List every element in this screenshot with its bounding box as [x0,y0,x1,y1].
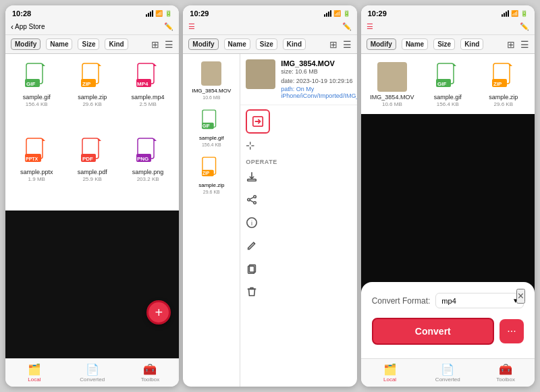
screen2-grid-icon[interactable]: ⊞ [329,39,338,50]
tab-converted[interactable]: 📄 Converted [63,362,122,384]
delete-op-icon[interactable] [246,285,351,300]
size-button[interactable]: Size [78,38,99,50]
format-label: Convert Format: [372,296,431,306]
back-arrow-icon: ‹ [11,22,14,32]
mov-list-name: IMG_3854.MOV [192,88,231,94]
list-item-zip[interactable]: ZIP sample.zip 29.6 KB [183,151,240,198]
screen2-size-button[interactable]: Size [256,38,277,50]
tab-toolbox[interactable]: 🧰 Toolbox [122,362,180,384]
screen3-size-button[interactable]: Size [433,38,455,50]
move-icon-btn[interactable]: ⊹ [246,139,351,152]
screen3-tab-converted[interactable]: 📄 Converted [418,362,477,384]
screen2-file-detail: IMG_3854.MOV size: 10.6 MB date: 2023-10… [240,54,356,387]
info-op-icon[interactable]: i [246,217,351,231]
download-op-icon[interactable] [246,171,351,186]
screen3-grid-icon[interactable]: ⊞ [507,39,515,50]
pptx-file-icon: PPTX [24,137,49,167]
screen2-kind-button[interactable]: Kind [283,38,306,50]
screen3-tab-toolbox[interactable]: 🧰 Toolbox [477,362,535,384]
operate-icons-list: i [246,168,351,303]
edit-op-icon[interactable] [246,240,351,254]
menu-icon[interactable]: ☰ [165,39,173,50]
screen1-preview-area: + [5,211,179,359]
convert-btn-selected[interactable] [246,109,351,134]
grid-view-icon[interactable]: ⊞ [151,39,159,50]
gif-file-icon: GIF [24,62,49,92]
screen3-local-tab-label: Local [383,376,396,383]
screen3-hamburger-icon[interactable]: ☰ [367,22,373,31]
screen3-converted-tab-label: Converted [435,376,460,383]
file-item-png[interactable]: PNG sample.png 203.2 KB [121,133,175,206]
kind-button[interactable]: Kind [105,38,128,50]
file-item-zip[interactable]: ZIP sample.zip 29.6 KB [65,58,119,132]
screen2-hamburger-icon[interactable]: ☰ [188,22,195,31]
screen3-edit-icon[interactable]: ✏️ [520,22,529,31]
screen3-local-tab-icon: 🗂️ [383,363,397,376]
name-button[interactable]: Name [46,38,72,50]
edit-icon[interactable]: ✏️ [164,22,173,31]
add-icon: + [155,305,163,320]
tab-local[interactable]: 🗂️ Local [5,362,63,384]
copy-op-icon[interactable] [246,262,351,277]
detail-filedate: date: 2023-10-19 10:29:16 [281,77,356,86]
gif-list-size: 156.4 KB [202,142,221,147]
screen3-battery-icon: 🔋 [520,10,528,17]
add-fab-button[interactable]: + [146,300,171,325]
detail-filesize: size: 10.6 MB [281,67,356,77]
screen3-toolbar: Modify Name Size Kind ⊞ ☰ [361,35,535,54]
svg-text:i: i [251,220,252,227]
file-item-pdf[interactable]: PDF sample.pdf 25.9 KB [65,133,119,206]
mp4-filesize: 2.5 MB [139,101,156,107]
zip-filename: sample.zip [78,94,107,101]
screen3-name-button[interactable]: Name [402,38,428,50]
zip-file-icon: ZIP [80,62,105,92]
converted-tab-label: Converted [80,376,105,383]
screen1-nav-bar: ‹ App Store ✏️ [5,20,179,35]
screen3-kind-button[interactable]: Kind [460,38,483,50]
gif-filename: sample.gif [23,94,51,101]
back-to-appstore[interactable]: ‹ App Store [11,22,45,32]
screen2-name-button[interactable]: Name [224,38,250,50]
dialog-close-button[interactable]: × [516,289,525,304]
toolbox-tab-icon: 🧰 [143,363,157,376]
screen1: 10:28 📶 🔋 ‹ App Store ✏️ Modify [5,5,179,387]
svg-marker-1 [43,63,45,66]
screen2-menu-icon[interactable]: ☰ [343,39,352,50]
screen3-toolbox-tab-icon: 🧰 [499,363,512,376]
svg-marker-40 [454,63,456,66]
screen3-tab-local[interactable]: 🗂️ Local [361,362,419,384]
screen2-modify-button[interactable]: Modify [188,38,218,50]
screen2-edit-icon[interactable]: ✏️ [342,22,352,31]
zip-filesize: 29.6 KB [82,101,101,107]
format-select[interactable]: mp4 ▾ [435,293,524,308]
file-item-gif[interactable]: GIF sample.gif 156.4 KB [9,58,63,132]
convert-dialog-overlay: × Convert Format: mp4 ▾ Convert ··· [361,114,535,358]
modify-button[interactable]: Modify [11,38,40,50]
list-item-gif[interactable]: GIF sample.gif 156.4 KB [183,104,240,151]
screen3-zip-size: 29.6 KB [494,101,513,107]
screen2-nav-bar: ☰ ✏️ [183,20,356,35]
svg-text:ZIP: ZIP [202,171,210,175]
list-item-mov[interactable]: IMG_3854.MOV 10.6 MB [183,57,240,104]
screen3-file-item-gif[interactable]: GIF sample.gif 156.4 KB [421,58,475,110]
screen3-gif-size: 156.4 KB [437,101,459,107]
convert-more-button[interactable]: ··· [500,319,524,343]
convert-button[interactable]: Convert [372,318,494,345]
gif-list-name: sample.gif [199,135,223,141]
screen2-battery-icon: 🔋 [343,10,350,17]
screen2-time: 10:29 [190,9,209,18]
back-label: App Store [15,23,45,30]
screen3-modify-button[interactable]: Modify [367,38,396,50]
svg-marker-5 [99,63,101,66]
screen3-file-item-mov[interactable]: IMG_3854.MOV 10.6 MB [365,58,419,110]
screen3-menu-icon[interactable]: ☰ [520,39,529,50]
screen3-file-item-zip[interactable]: ZIP sample.zip 29.6 KB [477,58,531,110]
mov-list-size: 10.6 MB [202,95,220,100]
dialog-actions: Convert ··· [372,318,524,345]
share-op-icon[interactable] [246,194,351,208]
mov-thumb [200,61,222,86]
screen2: 10:29 📶 🔋 ☰ ✏️ Modify Name Size Kind [183,5,356,387]
file-item-mp4[interactable]: MP4 sample.mp4 2.5 MB [121,58,175,132]
file-thumbnail [246,59,275,89]
file-item-pptx[interactable]: PPTX sample.pptx 1.9 MB [9,133,63,206]
